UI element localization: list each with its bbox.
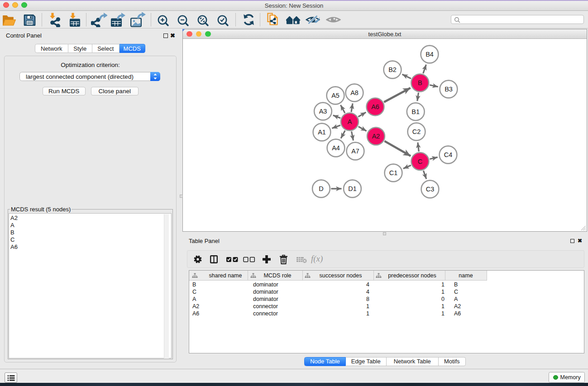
svg-text:C: C [418, 158, 422, 165]
svg-text:B1: B1 [411, 108, 420, 115]
svg-text:C4: C4 [444, 151, 453, 158]
svg-text:A2: A2 [372, 133, 380, 140]
svg-text:B3: B3 [445, 86, 453, 93]
svg-text:D: D [319, 185, 323, 192]
svg-text:C3: C3 [426, 186, 435, 193]
svg-text:B: B [418, 79, 422, 86]
svg-text:A3: A3 [319, 108, 327, 115]
svg-text:B2: B2 [388, 66, 397, 73]
svg-text:A6: A6 [371, 103, 379, 110]
svg-text:A5: A5 [331, 92, 339, 99]
svg-text:A7: A7 [351, 148, 359, 155]
svg-text:A: A [348, 118, 352, 125]
svg-text:B4: B4 [425, 51, 434, 58]
svg-text:A8: A8 [350, 89, 359, 96]
svg-text:C2: C2 [412, 128, 421, 135]
svg-text:A4: A4 [332, 144, 340, 152]
svg-text:C1: C1 [389, 169, 398, 176]
svg-text:A1: A1 [318, 129, 326, 136]
svg-text:D1: D1 [348, 185, 357, 192]
